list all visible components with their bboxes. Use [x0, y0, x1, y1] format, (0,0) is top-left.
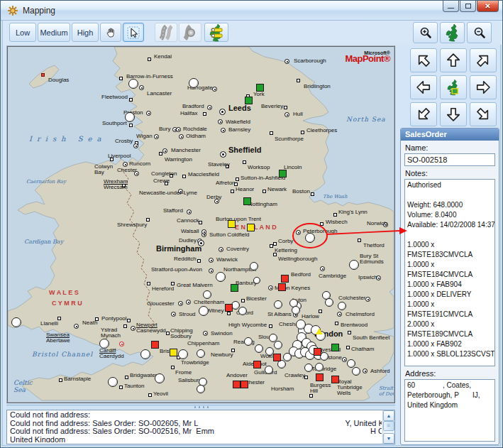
city-marker	[131, 326, 136, 331]
scroll-thumb[interactable]	[383, 421, 394, 431]
city-label: Manchester	[171, 148, 201, 153]
order-stop-pin[interactable]	[108, 377, 118, 387]
status-pin-red[interactable]	[225, 304, 233, 312]
city-marker	[178, 301, 183, 306]
pan-up-right-button[interactable]	[470, 48, 497, 72]
status-pin-yellow[interactable]	[247, 224, 255, 231]
status-pin-yellow[interactable]	[228, 220, 236, 228]
zoom-out-button[interactable]	[467, 22, 492, 43]
order-stop-pin[interactable]	[274, 300, 282, 309]
pan-up-left-button[interactable]	[410, 48, 437, 72]
london-flag-pin[interactable]	[316, 328, 323, 334]
zoom-in-button[interactable]	[413, 22, 438, 43]
close-button[interactable]: ✕	[477, 1, 499, 12]
order-stop-pin[interactable]	[274, 341, 282, 349]
city-label: Redditch	[174, 256, 197, 262]
notes-box[interactable]: Authorised Weight: 648.0000 Volume: 8.04…	[404, 179, 495, 366]
status-pin-red[interactable]	[241, 381, 248, 388]
order-stop-pin[interactable]	[315, 363, 324, 371]
order-stop-pin[interactable]	[216, 272, 226, 282]
order-stop-pin[interactable]	[349, 260, 359, 270]
pan-down-right-button[interactable]	[470, 102, 497, 126]
pan-up-button[interactable]	[440, 48, 467, 72]
order-stop-pin[interactable]	[125, 112, 135, 122]
center-map-button[interactable]	[440, 75, 467, 99]
order-stop-pin[interactable]	[304, 364, 313, 372]
scroll-down-button[interactable]: ▼	[383, 433, 394, 444]
order-stop-pin[interactable]	[283, 353, 292, 361]
order-stop-pin[interactable]	[128, 79, 138, 89]
order-stop-pin[interactable]	[238, 307, 247, 315]
status-scrollbar[interactable]: ▲ ▼	[382, 410, 394, 444]
status-log[interactable]: Could not find address: Could not find a…	[6, 410, 395, 444]
status-pin-green[interactable]	[331, 344, 339, 351]
order-stop-pin[interactable]	[338, 302, 346, 310]
pan-left-button[interactable]	[410, 75, 437, 99]
pan-hand-button[interactable]	[100, 23, 121, 42]
status-pin-red[interactable]	[151, 341, 159, 349]
title-bar[interactable]: Mapping — ✕	[1, 1, 503, 21]
order-stop-pin[interactable]	[140, 349, 150, 359]
route-button[interactable]	[155, 23, 177, 42]
order-stop-pin[interactable]	[296, 319, 306, 329]
zoom-medium-button[interactable]: Medium	[38, 23, 70, 42]
order-stop-pin[interactable]	[352, 367, 360, 376]
status-pin-red[interactable]	[278, 283, 286, 291]
status-pin-green[interactable]	[243, 197, 251, 205]
order-stop-pin[interactable]	[325, 298, 333, 307]
name-input[interactable]	[404, 153, 495, 166]
pan-down-button[interactable]	[440, 102, 467, 126]
status-pin-green[interactable]	[245, 97, 253, 104]
city-marker	[110, 158, 114, 161]
order-stop-pin[interactable]	[178, 349, 188, 359]
status-pin-red[interactable]	[233, 381, 241, 388]
city-label: Great Malvern	[177, 283, 213, 288]
status-pin-red[interactable]	[331, 376, 339, 383]
city-label: Newcastle-under-Lyme	[139, 190, 197, 196]
hand-icon	[105, 27, 116, 38]
pan-down-left-button[interactable]	[410, 102, 437, 126]
zoom-low-button[interactable]: Low	[9, 23, 36, 42]
itinerary-button[interactable]	[204, 23, 228, 42]
city-label: Bedford	[291, 272, 311, 278]
route-roundabout-button[interactable]	[179, 23, 201, 42]
order-stop-pin[interactable]	[292, 306, 300, 315]
order-stop-pin[interactable]	[250, 262, 258, 271]
scroll-up-button[interactable]: ▲	[383, 410, 394, 421]
status-pin-red[interactable]	[281, 275, 289, 283]
status-pin-yellow[interactable]	[170, 349, 177, 356]
order-stop-pin[interactable]	[253, 277, 260, 284]
address-box[interactable]: 60 , Coates, Peterborough, P IJ, United …	[404, 379, 495, 442]
status-pin-red[interactable]	[316, 373, 324, 381]
status-pin-red[interactable]	[273, 354, 281, 361]
logo-product: MapPoint®	[345, 56, 390, 62]
city-label: Nottingham	[248, 202, 277, 207]
minimize-button[interactable]: —	[443, 1, 459, 12]
city-marker	[201, 229, 206, 234]
status-pin-green[interactable]	[231, 284, 238, 292]
order-stop-pin[interactable]	[155, 373, 165, 383]
order-stop-pin[interactable]	[305, 233, 315, 243]
order-stop-pin[interactable]	[99, 339, 109, 349]
status-pin-red[interactable]	[314, 348, 321, 356]
order-stop-pin[interactable]	[347, 359, 355, 368]
map-canvas[interactable]: Microsoft® MapPoint® Irish SeaNorth SeaC…	[8, 47, 394, 402]
order-stop-pin[interactable]	[244, 337, 253, 346]
order-stop-pin[interactable]	[199, 306, 209, 316]
order-stop-pin[interactable]	[197, 385, 205, 393]
order-stop-pin[interactable]	[11, 317, 21, 327]
zoom-full-extent-button[interactable]	[440, 22, 465, 43]
select-pointer-button[interactable]	[123, 23, 144, 42]
pan-right-button[interactable]	[470, 75, 497, 99]
status-pin-green[interactable]	[279, 170, 287, 177]
status-pin-green[interactable]	[256, 84, 264, 92]
order-stop-pin[interactable]	[203, 290, 211, 299]
order-stop-pin[interactable]	[197, 349, 205, 358]
zoom-high-button[interactable]: High	[72, 23, 99, 42]
maximize-button[interactable]	[460, 1, 476, 12]
splitter-handle[interactable]	[6, 405, 395, 409]
order-stop-pin[interactable]	[265, 366, 273, 374]
status-pin-red[interactable]	[253, 361, 261, 368]
order-stop-pin[interactable]	[255, 344, 263, 353]
order-stop-pin[interactable]	[189, 78, 199, 88]
